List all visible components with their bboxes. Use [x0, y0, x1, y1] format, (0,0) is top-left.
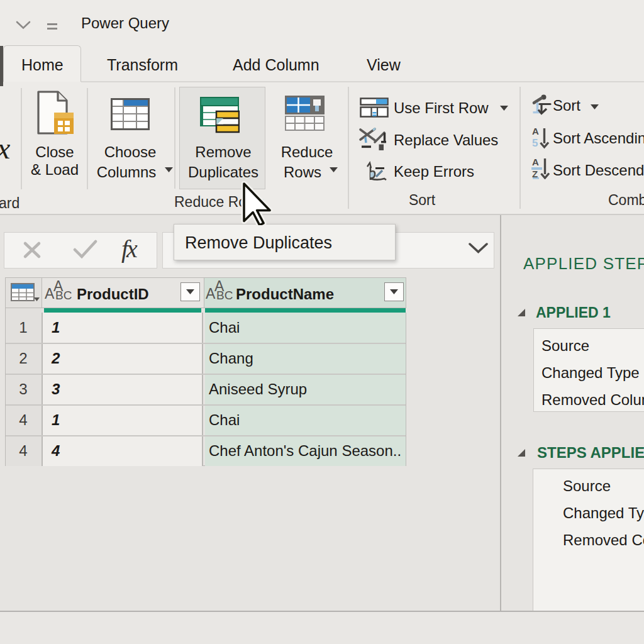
svg-text:A: A	[532, 126, 539, 136]
svg-text:A: A	[532, 157, 539, 167]
svg-text:5: 5	[532, 137, 538, 149]
